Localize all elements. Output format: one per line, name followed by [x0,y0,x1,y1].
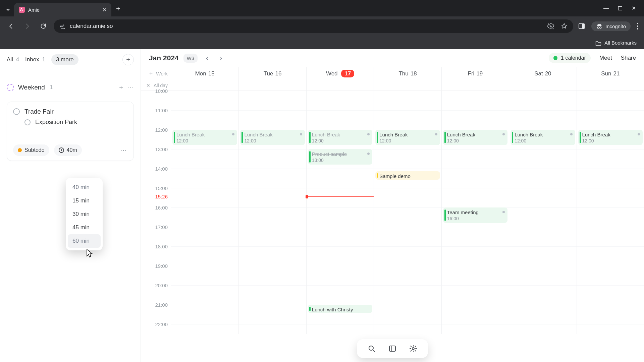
window-minimize-button[interactable]: — [603,5,609,11]
gutter-add-button[interactable]: + [149,70,153,77]
day-header-sat[interactable]: Sat20 [509,67,576,80]
incognito-label: Incognito [605,23,626,29]
share-button[interactable]: Share [621,55,636,61]
calendar-event[interactable]: Lunch Break12:00 [240,130,305,145]
nav-reload-button[interactable] [38,20,49,32]
hour-label: 22:00 [155,321,168,327]
calendars-chip[interactable]: 1 calendar [549,53,591,63]
site-settings-icon[interactable] [59,23,66,29]
filter-all[interactable]: All 4 [7,56,19,63]
event-time: 12:00 [312,138,370,143]
sidepanel-icon[interactable] [578,22,585,30]
svg-rect-4 [582,24,584,29]
subtodo-checkbox[interactable] [24,119,31,125]
list-name[interactable]: Weekend [18,84,45,91]
calendar-event[interactable]: Lunch Break12:00 [443,130,507,145]
list-add-button[interactable]: + [119,84,123,92]
work-hours-label[interactable]: Work [156,71,168,76]
subtodo-item[interactable]: Exposition Park [24,119,127,126]
next-week-button[interactable]: › [216,53,226,63]
event-title: Lunch Break [515,132,572,137]
mouse-cursor-icon [86,249,93,257]
allday-collapse-icon[interactable]: ✕ [146,83,150,88]
duration-option-15[interactable]: 15 min [68,194,101,207]
calendar-dot-icon [553,56,557,60]
calendar-event[interactable]: Product sample13:00 [308,149,372,165]
filter-more[interactable]: 3 more [51,54,78,65]
window-maximize-button[interactable] [618,6,622,10]
toggle-sidebar-button[interactable] [388,344,397,353]
day-header-fri[interactable]: Fri19 [441,67,509,80]
list-menu-button[interactable]: ⋯ [127,83,134,92]
settings-button[interactable] [409,344,418,353]
svg-point-10 [369,346,373,350]
day-header-sun[interactable]: Sun21 [577,67,644,80]
duration-chip[interactable]: 40m [54,144,82,156]
event-time: 12:00 [379,138,437,143]
week-chip[interactable]: W3 [183,54,198,63]
event-time: 12:00 [244,138,302,143]
duration-option-45[interactable]: 45 min [68,221,101,234]
meet-button[interactable]: Meet [599,55,612,61]
subtodo-chip[interactable]: Subtodo [13,144,49,156]
calendar-event[interactable]: Lunch Break12:00 [308,130,372,145]
new-tab-button[interactable]: + [116,4,120,13]
calendar-event[interactable]: Lunch with Christy [308,305,372,313]
event-time: 13:00 [312,158,370,163]
svg-point-5 [597,27,599,28]
browser-menu-icon[interactable] [637,22,639,30]
event-title: Product sample [312,151,370,157]
address-bar[interactable]: calendar.amie.so [54,19,573,33]
hour-label: 15:00 [155,185,168,191]
event-status-dot-icon [638,133,640,135]
calendar-event[interactable]: Lunch Break12:00 [375,130,440,145]
day-header-wed[interactable]: Wed 17 [306,67,374,80]
filter-inbox[interactable]: Inbox 1 [25,56,45,63]
browser-tab[interactable]: Amie ✕ [14,3,111,16]
subtodo-dot-icon [18,148,22,152]
svg-point-2 [64,28,65,29]
list-color-icon [7,84,14,91]
todo-checkbox[interactable] [13,108,20,115]
duration-option-60[interactable]: 60 min [68,234,101,248]
hour-label: 20:00 [155,283,168,288]
day-header-thu[interactable]: Thu18 [374,67,441,80]
nav-back-button[interactable] [5,20,17,32]
card-menu-button[interactable]: ⋯ [120,146,127,154]
event-time: 12:00 [176,138,234,143]
event-title: Team meeting [447,209,505,215]
hour-label: 13:00 [155,146,168,152]
event-time: 12:00 [515,138,572,143]
day-header-mon[interactable]: Mon15 [171,67,238,80]
duration-option-40[interactable]: 40 min [68,181,101,194]
eye-off-icon[interactable] [547,22,554,30]
current-time-label: 15:26 [155,194,168,199]
hour-label: 11:00 [155,108,168,113]
url-text: calendar.amie.so [70,23,113,29]
nav-forward-button[interactable] [21,20,33,32]
event-status-dot-icon [570,133,573,135]
svg-point-7 [637,23,638,24]
svg-point-8 [637,25,638,27]
search-button[interactable] [367,344,376,353]
hour-label: 18:00 [155,244,168,249]
todo-title: Trade Fair [24,108,54,115]
calendar-event[interactable]: Lunch Break12:00 [172,130,237,145]
bookmark-star-icon[interactable] [560,22,568,30]
all-bookmarks-button[interactable]: All Bookmarks [595,40,637,46]
calendar-event[interactable]: Lunch Break12:00 [511,130,575,145]
prev-week-button[interactable]: ‹ [202,53,212,63]
event-title: Lunch Break [244,132,302,137]
calendar-event[interactable]: Lunch Break12:00 [578,130,643,145]
tab-close-icon[interactable]: ✕ [102,7,107,13]
calendar-event[interactable]: Team meeting16:00 [443,207,507,223]
add-list-button[interactable]: + [122,54,134,65]
window-close-button[interactable]: ✕ [632,5,636,11]
todo-item[interactable]: Trade Fair [13,108,127,115]
tab-search-button[interactable] [3,5,13,14]
calendar-event[interactable]: Sample demo [375,171,440,180]
svg-point-9 [637,28,638,29]
day-header-tue[interactable]: Tue16 [238,67,306,80]
duration-option-30[interactable]: 30 min [68,207,101,221]
incognito-chip[interactable]: Incognito [591,21,631,31]
